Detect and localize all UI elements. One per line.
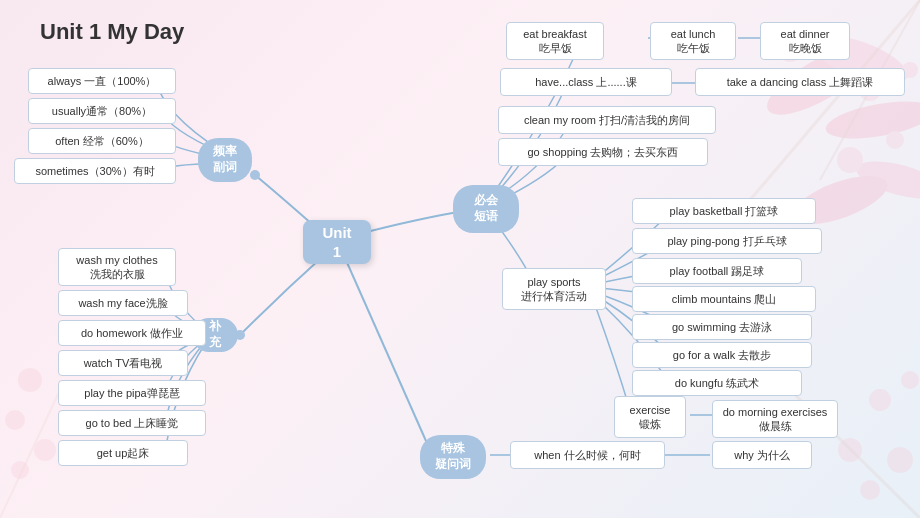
leaf-haveclass: have...class 上......课 (500, 68, 672, 96)
leaf-football: play football 踢足球 (632, 258, 802, 284)
page-title: Unit 1 My Day (40, 18, 184, 47)
leaf-when: when 什么时候，何时 (510, 441, 665, 469)
leaf-lunch: eat lunch吃午饭 (650, 22, 736, 60)
leaf-pipa: play the pipa弹琵琶 (58, 380, 206, 406)
svg-point-9 (837, 147, 863, 173)
leaf-getup: get up起床 (58, 440, 188, 466)
svg-point-14 (887, 447, 913, 473)
leaf-often: often 经常（60%） (28, 128, 176, 154)
svg-point-13 (869, 389, 891, 411)
leaf-sometimes: sometimes（30%）有时 (14, 158, 176, 184)
svg-line-24 (0, 390, 60, 518)
leaf-morning: do morning exercises做晨练 (712, 400, 838, 438)
leaf-walk: go for a walk 去散步 (632, 342, 812, 368)
category-bihui: 必会短语 (453, 185, 519, 233)
leaf-tv: watch TV看电视 (58, 350, 188, 376)
node-exercise: exercise锻炼 (614, 396, 686, 438)
svg-point-12 (838, 438, 862, 462)
leaf-homework: do homework 做作业 (58, 320, 206, 346)
leaf-breakfast: eat breakfast吃早饭 (506, 22, 604, 60)
category-teshu: 特殊疑问词 (420, 435, 486, 479)
svg-point-25 (250, 170, 260, 180)
svg-point-2 (823, 95, 920, 146)
svg-point-18 (5, 410, 25, 430)
svg-point-15 (860, 480, 880, 500)
leaf-wash-face: wash my face洗脸 (58, 290, 188, 316)
leaf-always: always 一直（100%） (28, 68, 176, 94)
leaf-pingpong: play ping-pong 打乒乓球 (632, 228, 822, 254)
svg-point-8 (886, 131, 904, 149)
leaf-mountains: climb mountains 爬山 (632, 286, 816, 312)
leaf-shopping: go shopping 去购物；去买东西 (498, 138, 708, 166)
leaf-swimming: go swimming 去游泳 (632, 314, 812, 340)
svg-point-3 (853, 154, 920, 206)
svg-point-20 (11, 461, 29, 479)
svg-point-17 (18, 368, 42, 392)
leaf-wash-clothes: wash my clothes洗我的衣服 (58, 248, 176, 286)
svg-point-19 (34, 439, 56, 461)
center-node: Unit 1 (303, 220, 371, 264)
leaf-usually: usually通常（80%） (28, 98, 176, 124)
leaf-dinner: eat dinner吃晚饭 (760, 22, 850, 60)
node-playsports: play sports进行体育活动 (502, 268, 606, 310)
leaf-why: why 为什么 (712, 441, 812, 469)
leaf-kungfu: do kungfu 练武术 (632, 370, 802, 396)
category-pinlv: 频率副词 (198, 138, 252, 182)
leaf-clean: clean my room 打扫/清洁我的房间 (498, 106, 716, 134)
leaf-bed: go to bed 上床睡觉 (58, 410, 206, 436)
leaf-basketball: play basketball 打篮球 (632, 198, 816, 224)
leaf-dancing: take a dancing class 上舞蹈课 (695, 68, 905, 96)
svg-point-16 (901, 371, 919, 389)
